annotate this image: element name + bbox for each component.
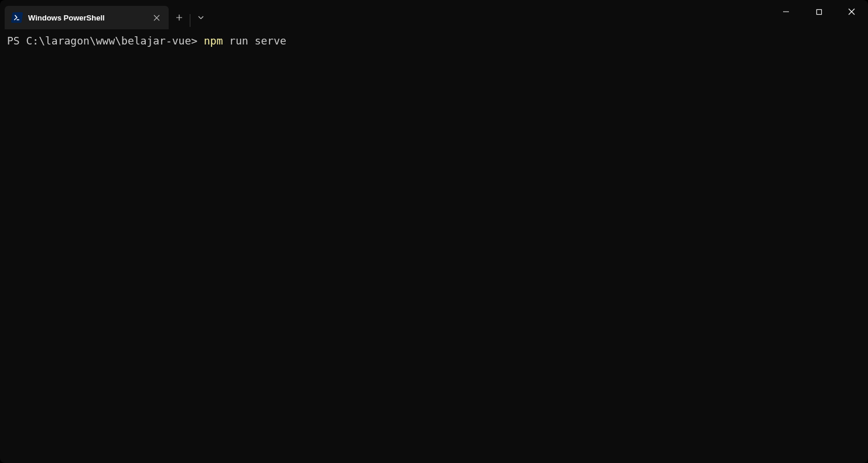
titlebar: Windows PowerShell (0, 0, 868, 29)
minimize-button[interactable] (770, 0, 802, 23)
svg-rect-0 (816, 9, 821, 14)
terminal-line: PS C:\laragon\www\belajar-vue> npm run s… (7, 34, 861, 48)
minimize-icon (782, 8, 790, 15)
powershell-icon (12, 12, 22, 23)
tab-title: Windows PowerShell (28, 13, 145, 22)
maximize-button[interactable] (802, 0, 835, 23)
tab-area: Windows PowerShell (0, 0, 211, 29)
close-icon (848, 8, 855, 15)
command-name: npm (204, 34, 229, 48)
tab-close-button[interactable] (151, 12, 162, 23)
prompt-text: PS C:\laragon\www\belajar-vue> (7, 34, 204, 48)
active-tab[interactable]: Windows PowerShell (5, 6, 169, 29)
window-controls (770, 0, 868, 23)
terminal-body[interactable]: PS C:\laragon\www\belajar-vue> npm run s… (0, 29, 868, 463)
chevron-down-icon (197, 14, 204, 21)
tab-dropdown-button[interactable] (190, 6, 211, 29)
plus-icon (176, 14, 183, 21)
new-tab-button[interactable] (169, 6, 190, 29)
command-args: run serve (229, 34, 286, 48)
maximize-icon (816, 9, 822, 15)
close-button[interactable] (835, 0, 868, 23)
terminal-window: Windows PowerShell (0, 0, 868, 463)
